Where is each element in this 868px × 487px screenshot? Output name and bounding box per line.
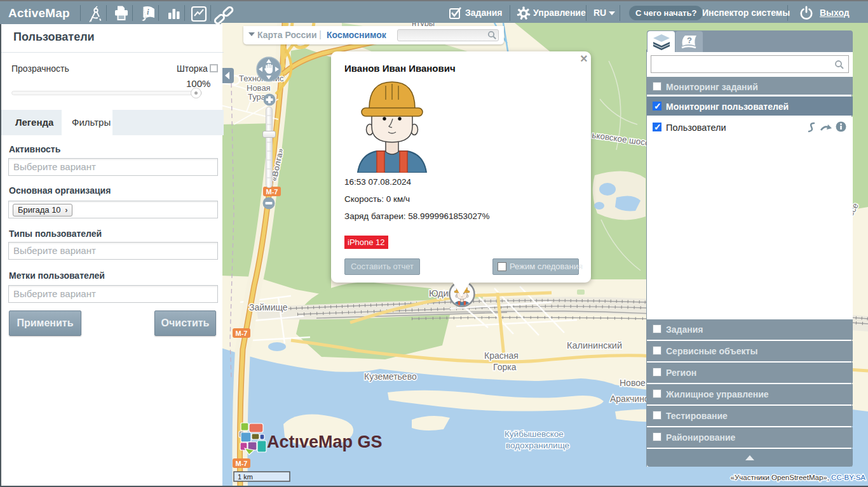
svg-text:Куйбышевское: Куйбышевское: [505, 429, 564, 439]
svg-text:Красная: Красная: [484, 350, 519, 361]
svg-text:?: ?: [687, 36, 692, 45]
svg-text:Новое: Новое: [620, 378, 646, 388]
svg-text:Аракчино: Аракчино: [610, 394, 649, 404]
svg-text:1 km: 1 km: [238, 473, 253, 481]
svg-text:Калининский: Калининский: [567, 340, 622, 350]
svg-text:Займище: Займище: [249, 302, 288, 312]
svg-text:Куземетьево: Куземетьево: [364, 371, 417, 382]
svg-text:«Участники OpenStreetMap», CC-: «Участники OpenStreetMap», CC-BY-SA: [731, 474, 866, 481]
svg-text:водохранилище: водохранилище: [506, 441, 569, 450]
svg-text:М-7: М-7: [266, 188, 278, 196]
svg-text:ActıveMap GS: ActıveMap GS: [267, 432, 383, 451]
svg-text:Новая: Новая: [247, 83, 271, 93]
svg-text:i: i: [147, 7, 149, 17]
svg-text:М-7: М-7: [236, 330, 248, 337]
svg-text:М-7: М-7: [236, 460, 248, 467]
svg-text:Горка: Горка: [493, 362, 517, 372]
